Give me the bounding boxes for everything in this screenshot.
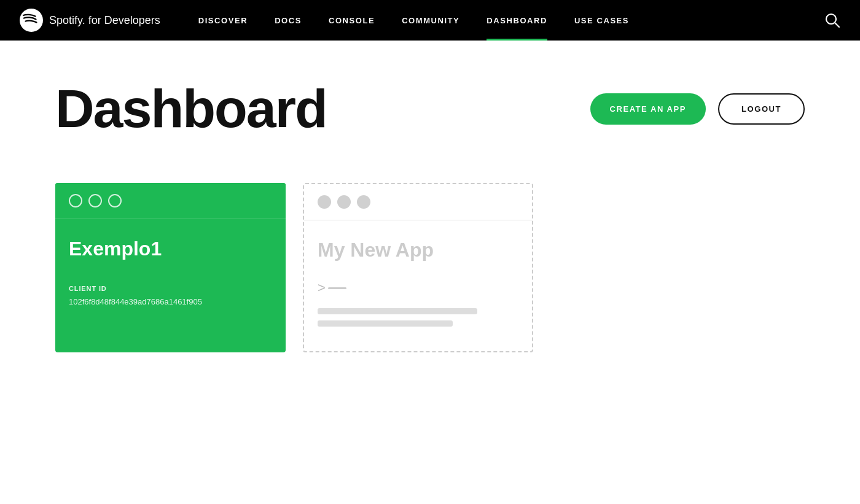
nav-links: DISCOVER DOCS CONSOLE COMMUNITY DASHBOAR… xyxy=(185,0,824,41)
app-card-exemplo1[interactable]: Exemplo1 CLIENT ID 102f6f8d48f844e39ad76… xyxy=(55,183,286,352)
placeholder-terminal: > xyxy=(318,280,518,296)
card-dot-1 xyxy=(69,194,82,207)
card-green-body: Exemplo1 CLIENT ID 102f6f8d48f844e39ad76… xyxy=(55,219,286,327)
card-green-header xyxy=(55,183,286,219)
card-dot-3 xyxy=(108,194,122,207)
svg-line-2 xyxy=(835,23,839,27)
app-name-exemplo1: Exemplo1 xyxy=(69,238,272,260)
card-placeholder-header xyxy=(304,184,532,220)
spotify-logo-icon xyxy=(20,9,43,32)
page-title: Dashboard xyxy=(55,77,590,140)
nav-link-console[interactable]: CONSOLE xyxy=(315,0,388,41)
placeholder-dot-2 xyxy=(337,195,351,209)
placeholder-dot-3 xyxy=(357,195,370,209)
app-cards-container: Exemplo1 CLIENT ID 102f6f8d48f844e39ad76… xyxy=(55,183,805,352)
hero-section: Dashboard CREATE AN APP LOGOUT xyxy=(55,77,805,140)
card-dot-2 xyxy=(88,194,102,207)
placeholder-line-2 xyxy=(318,320,453,327)
placeholder-lines xyxy=(318,308,518,327)
client-id-value: 102f6f8d48f844e39ad7686a1461f905 xyxy=(69,296,272,308)
hero-actions: CREATE AN APP LOGOUT xyxy=(590,93,805,125)
placeholder-app-name: My New App xyxy=(318,239,518,262)
terminal-arrow-icon: > xyxy=(318,280,326,296)
app-card-placeholder[interactable]: My New App > xyxy=(303,183,533,352)
navigation: Spotify. for Developers DISCOVER DOCS CO… xyxy=(0,0,860,41)
logout-button[interactable]: LOGOUT xyxy=(718,93,805,125)
placeholder-line-1 xyxy=(318,308,477,314)
client-id-label: CLIENT ID xyxy=(69,285,272,292)
logo-link[interactable]: Spotify. for Developers xyxy=(20,9,160,32)
create-app-button[interactable]: CREATE AN APP xyxy=(590,93,706,125)
placeholder-dot-1 xyxy=(318,195,331,209)
nav-link-use-cases[interactable]: USE CASES xyxy=(561,0,643,41)
nav-link-discover[interactable]: DISCOVER xyxy=(185,0,261,41)
search-icon[interactable] xyxy=(824,12,840,28)
logo-text: Spotify. for Developers xyxy=(49,14,160,27)
terminal-cursor-line xyxy=(328,287,346,289)
card-placeholder-body: My New App > xyxy=(304,220,532,351)
main-content: Dashboard CREATE AN APP LOGOUT Exemplo1 … xyxy=(0,41,860,389)
nav-link-community[interactable]: COMMUNITY xyxy=(388,0,473,41)
nav-link-dashboard[interactable]: DASHBOARD xyxy=(473,0,561,41)
nav-link-docs[interactable]: DOCS xyxy=(261,0,315,41)
